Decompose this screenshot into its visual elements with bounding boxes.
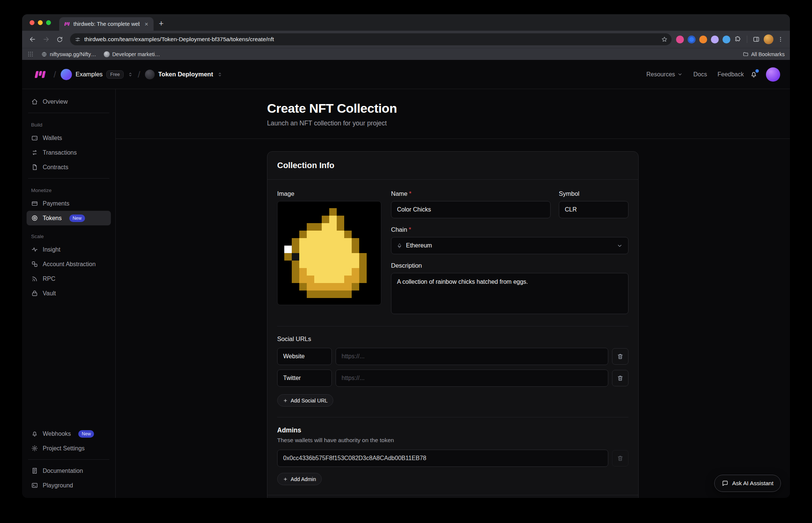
chevron-down-icon bbox=[616, 243, 623, 249]
new-badge: New bbox=[78, 430, 94, 438]
sidebar-section-build: Build bbox=[31, 122, 106, 128]
thirdweb-favicon bbox=[64, 21, 70, 27]
thirdweb-logo[interactable] bbox=[32, 69, 49, 80]
sidebar-item-label: Tokens bbox=[43, 215, 62, 222]
sidebar-item-project-settings[interactable]: Project Settings bbox=[27, 441, 111, 456]
apps-grid-icon[interactable] bbox=[27, 51, 34, 57]
minimize-window-button[interactable] bbox=[38, 20, 43, 25]
plus-icon bbox=[283, 477, 288, 482]
sidebar-item-label: Documentation bbox=[43, 468, 83, 474]
extension-icon-orange[interactable] bbox=[699, 36, 707, 43]
page-scroll-area[interactable]: Collection Info Image bbox=[116, 139, 790, 498]
back-button[interactable] bbox=[27, 33, 39, 45]
rpc-signal-icon bbox=[31, 275, 38, 282]
extension-icon-pink[interactable] bbox=[676, 36, 684, 43]
browser-tab[interactable]: thirdweb: The complete web3… × bbox=[59, 17, 154, 31]
symbol-label: Symbol bbox=[559, 190, 628, 197]
tab-title: thirdweb: The complete web3… bbox=[73, 21, 140, 27]
page-header: Create NFT Collection Launch an NFT coll… bbox=[116, 89, 790, 139]
tab-close-icon[interactable]: × bbox=[143, 21, 150, 28]
reload-icon bbox=[56, 36, 63, 43]
sidebar-item-insight[interactable]: Insight bbox=[27, 242, 111, 257]
delete-social-url-button[interactable] bbox=[612, 348, 628, 365]
social-name-input[interactable] bbox=[277, 370, 332, 387]
name-label-text: Name bbox=[391, 190, 407, 197]
social-url-input[interactable] bbox=[336, 370, 608, 387]
delete-social-url-button[interactable] bbox=[612, 370, 628, 386]
thirdweb-app: / Examples Free / Token Deployment Resou… bbox=[22, 60, 790, 498]
sidebar-item-label: Insight bbox=[43, 246, 60, 253]
social-url-input[interactable] bbox=[336, 348, 608, 365]
bookmark-star-icon[interactable] bbox=[661, 36, 668, 43]
globe-icon bbox=[41, 51, 47, 57]
address-bar[interactable]: thirdweb.com/team/examples/Token-Deploym… bbox=[70, 33, 672, 45]
add-social-url-label: Add Social URL bbox=[291, 398, 328, 404]
chevrons-up-down-icon[interactable] bbox=[127, 72, 133, 77]
sidebar-item-overview[interactable]: Overview bbox=[27, 94, 111, 109]
side-panel-icon[interactable] bbox=[752, 36, 760, 43]
breadcrumb-project[interactable]: Token Deployment bbox=[145, 70, 223, 79]
user-avatar[interactable] bbox=[766, 67, 780, 82]
extension-icon-blue[interactable] bbox=[688, 36, 696, 43]
nav-docs[interactable]: Docs bbox=[693, 71, 707, 78]
nav-resources[interactable]: Resources bbox=[646, 71, 683, 78]
collection-image-upload[interactable] bbox=[277, 201, 381, 305]
add-social-url-button[interactable]: Add Social URL bbox=[277, 394, 333, 407]
bookmark-developer-marketing[interactable]: Developer marketi… bbox=[104, 51, 160, 57]
delete-admin-button[interactable] bbox=[612, 450, 628, 466]
extensions-puzzle-icon[interactable] bbox=[734, 36, 742, 43]
sidebar-item-account-abstraction[interactable]: Account Abstraction bbox=[27, 257, 111, 271]
reload-button[interactable] bbox=[54, 33, 66, 45]
sidebar-divider bbox=[28, 178, 109, 179]
insight-activity-icon bbox=[31, 246, 38, 253]
sidebar-section-monetize: Monetize bbox=[31, 188, 106, 193]
new-tab-button[interactable]: + bbox=[154, 19, 169, 31]
sidebar-item-playground[interactable]: Playground bbox=[27, 478, 111, 493]
sidebar-item-contracts[interactable]: Contracts bbox=[27, 160, 111, 174]
browser-menu-icon[interactable] bbox=[777, 36, 784, 43]
social-url-row bbox=[277, 370, 628, 387]
collection-info-card: Collection Info Image bbox=[267, 151, 639, 498]
symbol-input[interactable] bbox=[559, 201, 628, 218]
sidebar-item-transactions[interactable]: Transactions bbox=[27, 145, 111, 160]
admins-description: These wallets will have authority on the… bbox=[277, 437, 628, 444]
nav-feedback[interactable]: Feedback bbox=[718, 71, 744, 78]
chevrons-up-down-icon[interactable] bbox=[217, 72, 223, 77]
bookmark-niftyswap[interactable]: niftyswap.gg/Nifty… bbox=[41, 51, 96, 57]
project-name: Token Deployment bbox=[158, 71, 213, 78]
notifications-button[interactable] bbox=[750, 70, 758, 78]
sidebar-item-rpc[interactable]: RPC bbox=[27, 271, 111, 286]
forward-button[interactable] bbox=[40, 33, 52, 45]
add-admin-button[interactable]: Add Admin bbox=[277, 473, 322, 485]
sidebar-item-payments[interactable]: Payments bbox=[27, 196, 111, 211]
chrome-profile-avatar[interactable] bbox=[764, 34, 773, 44]
chain-select[interactable]: Ethereum bbox=[391, 237, 628, 254]
all-bookmarks-button[interactable]: All Bookmarks bbox=[743, 51, 785, 57]
breadcrumb-separator: / bbox=[138, 69, 140, 80]
card-body: Image bbox=[267, 180, 638, 495]
macos-traffic-lights bbox=[22, 14, 59, 31]
sidebar-divider bbox=[28, 459, 109, 460]
sidebar-divider bbox=[28, 113, 109, 113]
extension-icon-purple[interactable] bbox=[711, 36, 719, 43]
credit-card-icon bbox=[31, 200, 38, 207]
close-window-button[interactable] bbox=[30, 20, 34, 25]
sidebar-item-documentation[interactable]: Documentation bbox=[27, 463, 111, 478]
social-name-input[interactable] bbox=[277, 348, 332, 365]
bookmarks-bar: niftyswap.gg/Nifty… Developer marketi… A… bbox=[22, 48, 790, 60]
bookmark-label: Developer marketi… bbox=[112, 51, 160, 57]
ask-ai-assistant-button[interactable]: Ask AI Assistant bbox=[714, 475, 781, 492]
page-subtitle: Launch an NFT collection for your projec… bbox=[267, 119, 639, 127]
sidebar-item-vault[interactable]: Vault bbox=[27, 286, 111, 301]
sidebar-item-wallets[interactable]: Wallets bbox=[27, 131, 111, 145]
breadcrumb-org[interactable]: Examples Free bbox=[61, 69, 133, 80]
zoom-window-button[interactable] bbox=[46, 20, 51, 25]
extension-icon-lightblue[interactable] bbox=[722, 36, 730, 43]
ethereum-icon bbox=[397, 243, 402, 249]
description-textarea[interactable]: A collection of rainbow chicks hatched f… bbox=[391, 273, 628, 314]
admin-address-input[interactable] bbox=[277, 450, 608, 467]
name-input[interactable] bbox=[391, 201, 551, 218]
contract-file-icon bbox=[31, 164, 38, 171]
sidebar-item-tokens[interactable]: Tokens New bbox=[27, 211, 111, 225]
sidebar-item-webhooks[interactable]: Webhooks New bbox=[27, 426, 111, 441]
